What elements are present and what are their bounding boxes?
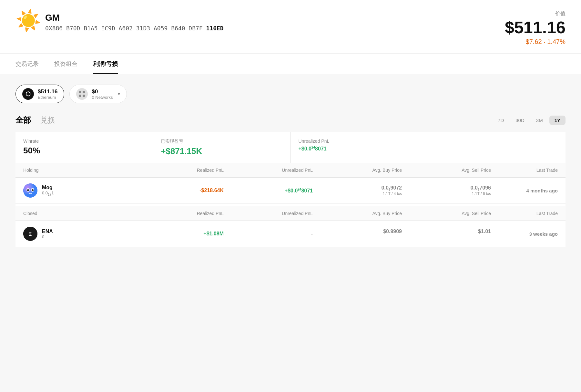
eth-text: $511.16 Ethereum <box>38 88 57 100</box>
grid-icon-shape <box>79 91 85 97</box>
ena-name: ENA <box>42 229 53 234</box>
mog-buy: 0.069072 1.1T / 4 txs <box>313 185 402 196</box>
mog-name: Mog <box>42 185 54 191</box>
mog-last-trade: 4 months ago <box>491 188 558 193</box>
mog-avatar <box>23 183 37 198</box>
unrealized-sub: 24 <box>311 146 315 149</box>
ena-sell: $1.01 - <box>402 229 491 239</box>
table-section: Holding Realized PnL Unrealized PnL Avg.… <box>15 163 566 247</box>
winrate-label: Winrate <box>23 139 145 144</box>
table-row-ena[interactable]: Σ ENA 0 +$1.08M - $0.9909 - $1.01 - <box>15 221 566 247</box>
stats-row: Winrate 50% 已实现盈亏 +$871.15K Unrealized P… <box>15 132 566 163</box>
col-header-buy: Avg. Buy Price <box>313 168 402 173</box>
ena-avatar: Σ <box>23 227 37 241</box>
unrealized-label: Unrealized PnL <box>299 139 420 144</box>
address-prefix: 0X886 <box>45 25 63 32</box>
unrealized-value: +$0.0248071 <box>299 146 420 152</box>
unrealized-suffix: 8071 <box>315 146 327 152</box>
col-header-sell: Avg. Sell Price <box>402 168 491 173</box>
eth-name: Ethereum <box>38 95 57 100</box>
stat-realized: 已实现盈亏 +$871.15K <box>153 132 290 163</box>
col-header-closed-sell: Avg. Sell Price <box>402 211 491 216</box>
table-row-mog[interactable]: Mog 0.0171 -$218.64K +$0.0248071 0.06907… <box>15 178 566 204</box>
col-header-closed-unrealized: Unrealized PnL <box>224 211 313 216</box>
closed-table-header: Closed Realized PnL Unrealized PnL Avg. … <box>15 206 566 221</box>
filter-1y[interactable]: 1Y <box>549 116 566 125</box>
main-content: ⬡ $511.16 Ethereum $0 0 Networks ▾ 全部 兑换 <box>0 74 581 257</box>
col-header-closed-realized: Realized PnL <box>135 211 224 216</box>
ena-balance: 0 <box>42 234 53 239</box>
portfolio-change: -$7.62 · 1.47% <box>505 38 566 46</box>
col-header-last: Last Trade <box>491 168 558 173</box>
section-tab-swap[interactable]: 兑换 <box>40 115 56 125</box>
col-header-closed: Closed <box>23 211 135 216</box>
section-tab-all[interactable]: 全部 <box>15 115 31 125</box>
col-header-closed-buy: Avg. Buy Price <box>313 211 402 216</box>
tabs-bar: 交易记录 投资组合 利润/亏损 <box>0 54 581 74</box>
ena-last-trade: 3 weeks ago <box>491 231 558 237</box>
col-header-closed-last: Last Trade <box>491 211 558 216</box>
col-header-realized: Realized PnL <box>135 168 224 173</box>
chevron-down-icon: ▾ <box>118 91 120 97</box>
filter-3m[interactable]: 3M <box>531 116 548 125</box>
header: ☀️ GM 0X886 B70D B1A5 EC9D A602 31D3 A05… <box>0 0 581 54</box>
grid-network-icon <box>76 88 88 100</box>
svg-point-4 <box>32 189 34 191</box>
ena-token-info: Σ ENA 0 <box>23 227 135 241</box>
network-selector: ⬡ $511.16 Ethereum $0 0 Networks ▾ <box>15 85 566 103</box>
mog-realized: -$218.64K <box>135 188 224 193</box>
mog-name-group: Mog 0.0171 <box>42 185 54 196</box>
realized-label: 已实现盈亏 <box>161 139 282 144</box>
time-filters: 7D 30D 3M 1Y <box>493 116 566 125</box>
section-header: 全部 兑换 7D 30D 3M 1Y <box>15 115 566 125</box>
filter-30d[interactable]: 30D <box>510 116 530 125</box>
filter-7d[interactable]: 7D <box>493 116 509 125</box>
section-tabs: 全部 兑换 <box>15 115 56 125</box>
ena-buy: $0.9909 - <box>313 229 402 239</box>
tab-pnl[interactable]: 利润/亏损 <box>93 54 118 74</box>
eth-icon: ⬡ <box>22 88 34 100</box>
eth-amount: $511.16 <box>38 88 57 95</box>
other-amount: $0 <box>92 88 113 95</box>
svg-text:Σ: Σ <box>29 232 32 237</box>
value-label: 价值 <box>505 10 566 17</box>
mog-unrealized: +$0.0248071 <box>224 188 313 194</box>
holding-table-header: Holding Realized PnL Unrealized PnL Avg.… <box>15 163 566 178</box>
stat-winrate: Winrate 50% <box>15 132 153 163</box>
mog-balance: 0.0171 <box>42 191 54 196</box>
header-right: 价值 $511.16 -$7.62 · 1.47% <box>505 10 566 46</box>
sun-icon: ☀️ <box>15 10 39 34</box>
mog-sell: 0.067096 1.1T / 6 txs <box>402 185 491 196</box>
svg-point-0 <box>23 183 37 198</box>
address-suffix: 116ED <box>206 25 224 32</box>
address-middle: B70D B1A5 EC9D A602 31D3 A059 B640 DB7F <box>66 25 203 32</box>
network-ethereum[interactable]: ⬡ $511.16 Ethereum <box>15 85 64 103</box>
tab-portfolio[interactable]: 投资组合 <box>54 54 77 74</box>
header-info: GM 0X886 B70D B1A5 EC9D A602 31D3 A059 B… <box>45 13 224 32</box>
winrate-value: 50% <box>23 146 145 156</box>
wallet-name: GM <box>45 13 224 23</box>
svg-point-3 <box>27 189 29 191</box>
realized-value: +$871.15K <box>161 146 282 156</box>
wallet-address: 0X886 B70D B1A5 EC9D A602 31D3 A059 B640… <box>45 25 224 32</box>
other-name: 0 Networks <box>92 95 113 100</box>
stat-unrealized: Unrealized PnL +$0.0248071 <box>291 132 428 163</box>
network-other[interactable]: $0 0 Networks ▾ <box>69 85 127 103</box>
col-header-holding: Holding <box>23 168 135 173</box>
mog-token-info: Mog 0.0171 <box>23 183 135 198</box>
stat-empty <box>428 132 566 163</box>
ena-unrealized: - <box>224 231 313 237</box>
col-header-unrealized: Unrealized PnL <box>224 168 313 173</box>
header-left: ☀️ GM 0X886 B70D B1A5 EC9D A602 31D3 A05… <box>15 10 224 34</box>
ena-name-group: ENA 0 <box>42 229 53 239</box>
unrealized-prefix: +$0.0 <box>299 146 311 152</box>
ena-realized: +$1.08M <box>135 231 224 237</box>
other-text: $0 0 Networks <box>92 88 113 100</box>
tab-transactions[interactable]: 交易记录 <box>15 54 39 74</box>
portfolio-value: $511.16 <box>505 18 566 37</box>
